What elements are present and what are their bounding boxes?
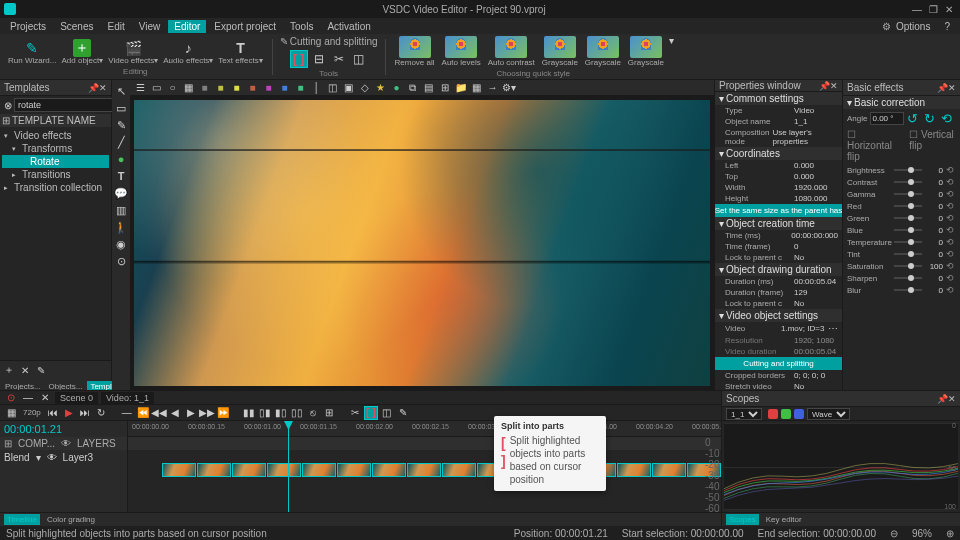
- vp-star-icon[interactable]: ★: [374, 81, 387, 94]
- vp-arrow-icon[interactable]: →: [486, 81, 499, 94]
- maximize-button[interactable]: ❐: [926, 2, 940, 16]
- reset-icon[interactable]: ⟲: [946, 213, 956, 223]
- zoom-out-icon[interactable]: ⊖: [890, 528, 898, 539]
- gear-icon[interactable]: ⚙: [876, 20, 888, 32]
- tl-grid-icon[interactable]: ▦: [4, 406, 18, 420]
- tl-stop-icon[interactable]: —: [21, 391, 35, 405]
- brightness-slider[interactable]: [894, 169, 922, 171]
- reset-icon[interactable]: ⟲: [946, 225, 956, 235]
- tl-cut-icon[interactable]: ✂: [348, 406, 362, 420]
- tl-end-icon[interactable]: ⏩: [216, 406, 230, 420]
- pin-icon[interactable]: 📌: [937, 394, 948, 404]
- tab-key-editor[interactable]: Key editor: [763, 514, 805, 525]
- shape-tool-icon[interactable]: ●: [114, 152, 128, 166]
- reset-icon[interactable]: ⟲: [946, 201, 956, 211]
- spray-tool-icon[interactable]: ◉: [114, 237, 128, 251]
- tree-video-effects[interactable]: ▾Video effects: [2, 129, 109, 142]
- reset-icon[interactable]: ⟲: [946, 237, 956, 247]
- scope-green-icon[interactable]: [781, 409, 791, 419]
- preview-canvas[interactable]: [130, 96, 714, 390]
- person-tool-icon[interactable]: 🚶: [114, 220, 128, 234]
- timeline-ruler[interactable]: 00:00:00.0000:00:00.1500:00:01.0000:00:0…: [128, 421, 721, 437]
- reset-icon[interactable]: ⟲: [946, 285, 956, 295]
- quick-remove-all[interactable]: Remove all: [393, 35, 437, 68]
- blue-slider[interactable]: [894, 229, 922, 231]
- pin-icon[interactable]: 📌: [937, 83, 948, 93]
- vp-swatch-magenta[interactable]: ■: [262, 81, 275, 94]
- cutting-splitting-button[interactable]: Cutting and splitting: [715, 357, 842, 370]
- panel-close-icon[interactable]: ✕: [948, 394, 956, 404]
- audio-effects-button[interactable]: ♪Audio effects▾: [161, 38, 215, 66]
- temperature-slider[interactable]: [894, 241, 922, 243]
- tl-skip-end-icon[interactable]: ▶▶: [200, 406, 214, 420]
- text-effects-button[interactable]: TText effects▾: [216, 38, 264, 66]
- zoom-in-icon[interactable]: ⊕: [946, 528, 954, 539]
- menu-tools[interactable]: Tools: [284, 20, 319, 33]
- set-parent-size-button[interactable]: Set the same size as the parent has: [715, 204, 842, 217]
- panel-close-icon[interactable]: ✕: [948, 83, 956, 93]
- tl-play-icon[interactable]: ▶: [62, 406, 76, 420]
- clip-thumb[interactable]: [162, 463, 196, 477]
- reset-icon[interactable]: ⟲: [946, 249, 956, 259]
- blend-dropdown-icon[interactable]: ▾: [36, 452, 41, 463]
- counter-tool-icon[interactable]: ⊙: [114, 254, 128, 268]
- clip-thumb[interactable]: [267, 463, 301, 477]
- scope-red-icon[interactable]: [768, 409, 778, 419]
- pin-icon[interactable]: 📌: [819, 81, 830, 91]
- options-label[interactable]: Options: [890, 20, 936, 33]
- eye-icon[interactable]: 👁: [61, 438, 71, 449]
- video-tab[interactable]: Video: 1_1: [101, 392, 154, 404]
- clip-thumb[interactable]: [337, 463, 371, 477]
- scope-mode-select[interactable]: Wave: [807, 408, 850, 420]
- tl-edit-icon[interactable]: ✎: [396, 406, 410, 420]
- tree-rotate[interactable]: Rotate: [2, 155, 109, 168]
- section-video[interactable]: ▾Video object settings: [715, 309, 842, 322]
- vp-film-icon[interactable]: ▦: [470, 81, 483, 94]
- section-correction[interactable]: ▾Basic correction: [843, 96, 960, 109]
- tl-close-icon[interactable]: ✕: [38, 391, 52, 405]
- tree-transition-collection[interactable]: ▸Transition collection: [2, 181, 109, 194]
- quick-auto-levels[interactable]: Auto levels: [440, 35, 483, 68]
- tl-record-icon[interactable]: ⊙: [4, 391, 18, 405]
- reset-icon[interactable]: ⟲: [946, 189, 956, 199]
- vp-gear-icon[interactable]: ⚙▾: [502, 81, 515, 94]
- sharpen-slider[interactable]: [894, 277, 922, 279]
- minimize-button[interactable]: —: [910, 2, 924, 16]
- razor-tool-button[interactable]: ✂: [330, 50, 348, 68]
- tint-slider[interactable]: [894, 253, 922, 255]
- quick-grayscale-2[interactable]: Grayscale: [583, 35, 623, 68]
- tab-scopes[interactable]: Scopes: [726, 514, 759, 525]
- expand-icon[interactable]: ⊞: [4, 438, 12, 449]
- clip-thumb[interactable]: [302, 463, 336, 477]
- menu-scenes[interactable]: Scenes: [54, 20, 99, 33]
- reset-icon[interactable]: ⟲: [946, 165, 956, 175]
- pin-icon[interactable]: 📌: [88, 83, 99, 93]
- section-creation[interactable]: ▾Object creation time: [715, 217, 842, 230]
- tab-color-grading[interactable]: Color grading: [44, 514, 98, 525]
- add-object-button[interactable]: ＋Add object▾: [59, 38, 105, 66]
- vp-swatch-gray[interactable]: ■: [198, 81, 211, 94]
- vp-box2-icon[interactable]: ▣: [342, 81, 355, 94]
- tl-skip-start-icon[interactable]: ⏪: [136, 406, 150, 420]
- section-common[interactable]: ▾Common settings: [715, 92, 842, 105]
- vp-folder-icon[interactable]: 📁: [454, 81, 467, 94]
- menu-view[interactable]: View: [133, 20, 167, 33]
- red-slider[interactable]: [894, 205, 922, 207]
- tl-snap-icon[interactable]: ⊞: [322, 406, 336, 420]
- green-slider[interactable]: [894, 217, 922, 219]
- vp-dot-icon[interactable]: ●: [390, 81, 403, 94]
- quick-grayscale-1[interactable]: Grayscale: [540, 35, 580, 68]
- menu-edit[interactable]: Edit: [101, 20, 130, 33]
- vp-swatch-olive[interactable]: ■: [214, 81, 227, 94]
- vp-layers-icon[interactable]: ⧉: [406, 81, 419, 94]
- clip-thumb[interactable]: [407, 463, 441, 477]
- clip-thumb[interactable]: [197, 463, 231, 477]
- vp-swatch-blue[interactable]: ■: [278, 81, 291, 94]
- video-clip[interactable]: [128, 463, 721, 477]
- menu-editor[interactable]: Editor: [168, 20, 206, 33]
- blur-slider[interactable]: [894, 289, 922, 291]
- vp-box1-icon[interactable]: ◫: [326, 81, 339, 94]
- vp-diamond-icon[interactable]: ◇: [358, 81, 371, 94]
- video-effects-button[interactable]: 🎬Video effects▾: [106, 38, 160, 66]
- tl-crop-icon[interactable]: ◫: [380, 406, 394, 420]
